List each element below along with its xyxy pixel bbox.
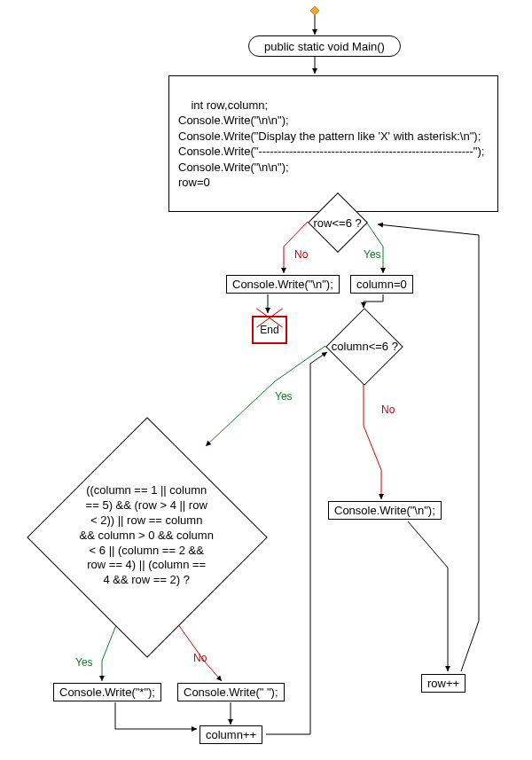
d2-no-label: No xyxy=(381,404,395,416)
d3-text: ((column == 1 || column == 5) && (row > … xyxy=(44,483,248,588)
decision-column-le-6: column<=6 ? xyxy=(325,308,403,386)
init-process: int row,column; Console.Write("\n\n"); C… xyxy=(168,75,498,212)
d1-yes-label: Yes xyxy=(364,248,381,261)
writeStar-text: Console.Write("*"); xyxy=(59,686,155,699)
d2-yes-label: Yes xyxy=(275,390,293,403)
row-increment: row++ xyxy=(421,674,466,693)
write-newline-2: Console.Write("\n"); xyxy=(328,501,442,520)
init-text: int row,column; Console.Write("\n\n"); C… xyxy=(178,98,484,190)
start-text: public static void Main() xyxy=(264,40,385,53)
rowInc-text: row++ xyxy=(427,677,459,690)
column-increment: column++ xyxy=(200,725,262,744)
write-star: Console.Write("*"); xyxy=(53,683,161,701)
end-text: End xyxy=(260,324,278,336)
d1-no-label: No xyxy=(294,248,308,261)
colzero-text: column=0 xyxy=(356,278,407,291)
d3-no-label: No xyxy=(193,652,207,664)
column-zero: column=0 xyxy=(350,275,413,294)
d2-text: column<=6 ? xyxy=(267,340,462,353)
d1-text: row<=6 ? xyxy=(240,216,435,230)
start-node: public static void Main() xyxy=(248,35,401,57)
colInc-text: column++ xyxy=(206,728,256,741)
write-space: Console.Write(" "); xyxy=(177,683,285,701)
write-newline-1: Console.Write("\n"); xyxy=(226,275,340,294)
newline1-text: Console.Write("\n"); xyxy=(232,278,333,291)
writeNewline-text: Console.Write("\n"); xyxy=(334,504,435,517)
writeSpace-text: Console.Write(" "); xyxy=(184,686,278,699)
decision-big-condition: ((column == 1 || column == 5) && (row > … xyxy=(27,417,268,658)
flowchart-canvas: public static void Main() int row,column… xyxy=(0,0,532,760)
d3-yes-label: Yes xyxy=(75,656,93,669)
